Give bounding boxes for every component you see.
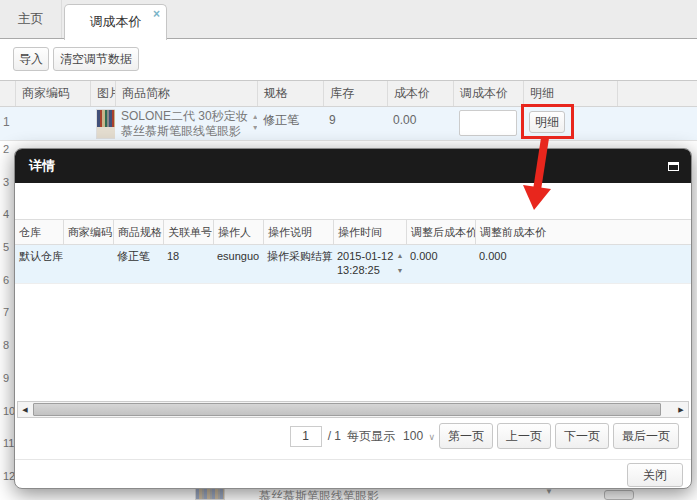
cell-adjust-cost bbox=[453, 107, 523, 140]
page-number-input[interactable] bbox=[290, 426, 322, 447]
row-number: 2 bbox=[0, 141, 14, 174]
spinner-up-icon[interactable]: ▲ bbox=[397, 248, 404, 263]
header-operation: 操作说明 bbox=[263, 220, 333, 244]
cell-merchant-code bbox=[15, 107, 90, 140]
cell-merchant-code bbox=[63, 245, 113, 283]
cell-warehouse: 默认仓库 bbox=[15, 245, 63, 283]
header-operation-time: 操作时间 bbox=[333, 220, 406, 244]
row-number: 4 bbox=[0, 206, 14, 239]
product-thumbnail bbox=[195, 488, 225, 500]
per-page-value: 100 bbox=[403, 429, 423, 443]
header-cost-before: 调整前成本价 bbox=[475, 220, 691, 244]
header-merchant-code: 商家编码 bbox=[63, 220, 113, 244]
row-number: 7 bbox=[0, 304, 14, 337]
import-button[interactable]: 导入 bbox=[13, 47, 49, 71]
cell-cost-before: 0.000 bbox=[475, 245, 691, 283]
header-related-no: 关联单号 bbox=[163, 220, 213, 244]
scrollbar-thumb[interactable] bbox=[33, 403, 661, 416]
per-page-select[interactable]: 100 ∨ bbox=[403, 429, 435, 443]
row-number: 10 bbox=[0, 403, 14, 436]
first-page-button[interactable]: 第一页 bbox=[439, 423, 493, 449]
header-spec: 规格 bbox=[257, 81, 323, 106]
per-page-label: 每页显示 bbox=[347, 428, 395, 445]
header-image: 图片 bbox=[90, 81, 115, 106]
dialog-title: 详情 bbox=[29, 149, 55, 183]
scroll-right-icon[interactable]: ▶ bbox=[674, 402, 688, 417]
cell-filler bbox=[617, 107, 697, 140]
table-row: 1 SOLONE二代 30秒定妆 慕丝慕斯笔眼线笔眼影 ▲ ▼ 修正笔 9 0.… bbox=[0, 107, 697, 141]
cell-operation: 操作采购结算 bbox=[263, 245, 333, 283]
cell-operator: esunguo bbox=[213, 245, 263, 283]
detail-button[interactable]: 明细 bbox=[529, 111, 565, 133]
footer-divider bbox=[15, 459, 691, 460]
spinner-down-icon[interactable]: ▼ bbox=[397, 263, 404, 278]
cell-product-spec: 修正笔 bbox=[113, 245, 163, 283]
cell-related-no: 18 bbox=[163, 245, 213, 283]
time-sort-spinner[interactable]: ▲ ▼ bbox=[393, 248, 407, 278]
cell-product-name: SOLONE二代 30秒定妆 慕丝慕斯笔眼线笔眼影 ▲ ▼ bbox=[115, 107, 257, 140]
tab-bar: 主页 调成本价 × bbox=[0, 0, 697, 39]
row-number: 8 bbox=[0, 337, 14, 370]
tab-adjust-cost[interactable]: 调成本价 × bbox=[64, 4, 167, 40]
pagination-bar: / 1 每页显示 100 ∨ 第一页 上一页 下一页 最后一页 bbox=[290, 423, 679, 449]
header-rownum bbox=[0, 81, 15, 106]
tab-label: 调成本价 bbox=[65, 5, 166, 39]
cell-cost: 0.00 bbox=[387, 107, 453, 140]
cell-spec: 修正笔 bbox=[257, 107, 323, 140]
chevron-down-icon: ∨ bbox=[428, 432, 435, 442]
product-thumbnail bbox=[96, 109, 115, 139]
row-number: 3 bbox=[0, 174, 14, 207]
row-number: 1 bbox=[0, 107, 15, 140]
header-adjust-cost: 调成本价 bbox=[453, 81, 523, 106]
header-product-spec: 商品规格 bbox=[113, 220, 163, 244]
row-number: 9 bbox=[0, 370, 14, 403]
header-operator: 操作人 bbox=[213, 220, 263, 244]
detail-table-row[interactable]: 默认仓库 修正笔 18 esunguo 操作采购结算 2015-01-12 13… bbox=[15, 245, 691, 284]
header-merchant-code: 商家编码 bbox=[15, 81, 90, 106]
dialog-titlebar[interactable]: 详情 bbox=[15, 149, 691, 183]
cell-stock: 9 bbox=[323, 107, 387, 140]
horizontal-scrollbar[interactable]: ◀ ▶ bbox=[17, 401, 689, 418]
cell-cost-after: 0.000 bbox=[406, 245, 475, 283]
detail-table-header: 仓库 商家编码 商品规格 关联单号 操作人 操作说明 操作时间 调整后成本价 调… bbox=[15, 219, 691, 245]
header-filler bbox=[617, 81, 697, 106]
close-icon[interactable]: × bbox=[153, 7, 160, 21]
header-stock: 库存 bbox=[323, 81, 387, 106]
prev-page-button[interactable]: 上一页 bbox=[497, 423, 551, 449]
row-number-strip: 2 3 4 5 6 7 8 9 10 11 12 bbox=[0, 141, 14, 500]
tab-home[interactable]: 主页 bbox=[0, 0, 62, 38]
page-total-label: / 1 bbox=[328, 429, 341, 443]
adjust-cost-input[interactable] bbox=[459, 110, 517, 136]
detail-dialog: 详情 仓库 商家编码 商品规格 关联单号 操作人 操作说明 操作时间 调整后成本… bbox=[14, 148, 692, 489]
partial-product-name: 慕丝慕斯笔眼线笔眼影 bbox=[259, 488, 379, 500]
last-page-button[interactable]: 最后一页 bbox=[613, 423, 679, 449]
main-table-header: 商家编码 图片 商品简称 规格 库存 成本价 调成本价 明细 bbox=[0, 80, 697, 107]
cell-image bbox=[90, 107, 115, 140]
header-detail: 明细 bbox=[523, 81, 617, 106]
header-product-name: 商品简称 bbox=[115, 81, 257, 106]
partial-detail-button[interactable] bbox=[604, 490, 634, 500]
header-cost: 成本价 bbox=[387, 81, 453, 106]
next-page-button[interactable]: 下一页 bbox=[555, 423, 609, 449]
maximize-icon[interactable] bbox=[668, 162, 679, 171]
row-number: 6 bbox=[0, 272, 14, 305]
header-cost-after: 调整后成本价 bbox=[406, 220, 475, 244]
cell-detail: 明细 bbox=[523, 107, 617, 140]
row-number: 11 bbox=[0, 435, 14, 468]
row-number: 5 bbox=[0, 239, 14, 272]
close-dialog-button[interactable]: 关闭 bbox=[627, 463, 683, 487]
scroll-left-icon[interactable]: ◀ bbox=[18, 402, 32, 417]
header-warehouse: 仓库 bbox=[15, 220, 63, 244]
clear-adjust-data-button[interactable]: 清空调节数据 bbox=[53, 47, 139, 71]
product-name-text: SOLONE二代 30秒定妆 慕丝慕斯笔眼线笔眼影 bbox=[121, 109, 248, 139]
